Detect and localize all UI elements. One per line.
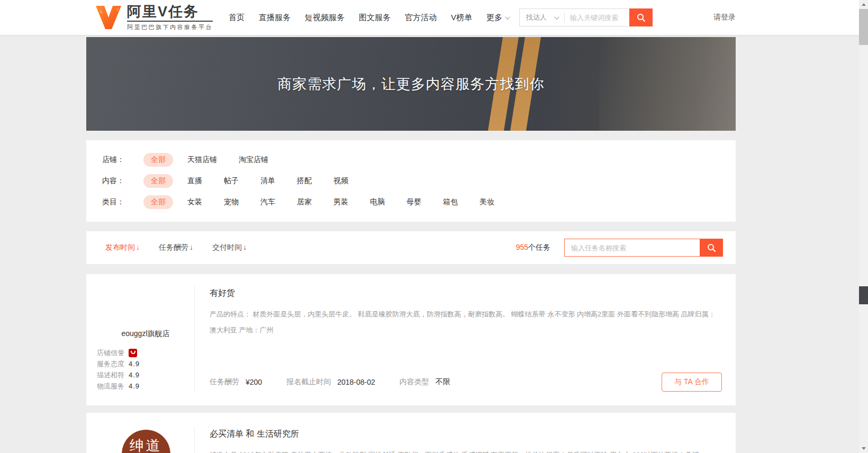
chevron-down-icon (554, 14, 559, 20)
task-meta-row: 任务酬劳¥200 报名截止时间2018-08-02 内容类型不限 与 TA 合作 (210, 373, 722, 392)
filter-label: 类目： (102, 197, 143, 207)
filter-option-mother-baby[interactable]: 母婴 (399, 195, 429, 209)
scrollbar-thumb[interactable] (859, 9, 868, 45)
site-logo[interactable]: 阿里V任务 阿里巴巴旗下内容服务平台 (95, 4, 213, 31)
filter-row-category: 类目： 全部 女装 宠物 汽车 居家 男装 电脑 母婴 箱包 美妆 (102, 195, 720, 209)
nav-live-service[interactable]: 直播服务 (259, 13, 291, 23)
filter-option-home[interactable]: 居家 (290, 195, 319, 209)
task-description: 绅道衣品 2013年入驻天猫 专注男士西裤，此款版型 宽松舒适 不勒档，面料垂感… (210, 447, 720, 453)
logo-v-icon (95, 5, 122, 30)
sort-desc-icon: ↓ (243, 243, 247, 251)
filter-option-menswear[interactable]: 男装 (326, 195, 356, 209)
search-icon (707, 243, 716, 252)
task-card: eouggzl旗舰店 店铺信誉 服务态度4.9 描述相符4.9 物流服务4.9 … (86, 274, 736, 405)
shop-info: 绅道 衣品 (86, 427, 195, 453)
floating-side-tab[interactable] (859, 286, 868, 304)
banner-title: 商家需求广场，让更多内容服务方找到你 (86, 75, 736, 94)
header-search-input[interactable] (565, 14, 629, 22)
nav-more[interactable]: 更多 (486, 13, 509, 23)
login-link[interactable]: 请登录 (713, 13, 736, 22)
nav-official-activity[interactable]: 官方活动 (405, 13, 437, 23)
shop-logo[interactable]: 绅道 衣品 (122, 430, 170, 453)
shop-info: eouggzl旗舰店 店铺信誉 服务态度4.9 描述相符4.9 物流服务4.9 (86, 286, 195, 392)
arrow-down-icon (862, 447, 866, 450)
chevron-down-icon (505, 14, 510, 20)
filter-option-all[interactable]: 全部 (143, 195, 173, 209)
task-description: 产品的特点： 材质外面是头层，内里头层牛皮。 鞋底是橡胶防滑大底，防滑指数高，耐… (210, 306, 720, 338)
filter-row-shop: 店铺： 全部 天猫店铺 淘宝店铺 (102, 153, 720, 167)
filter-option-all[interactable]: 全部 (143, 153, 173, 167)
rating-row-logistics: 物流服务4.9 (97, 380, 194, 392)
filter-row-content: 内容： 全部 直播 帖子 清单 搭配 视频 (102, 174, 720, 188)
filter-option-video[interactable]: 视频 (326, 174, 356, 188)
nav-v-ranking[interactable]: V榜单 (451, 13, 472, 23)
logo-subtitle: 阿里巴巴旗下内容服务平台 (127, 21, 213, 31)
meta-deadline: 报名截止时间2018-08-02 (286, 377, 375, 387)
task-search-input[interactable] (564, 239, 700, 257)
filter-option-beauty[interactable]: 美妆 (472, 195, 502, 209)
filter-option-live[interactable]: 直播 (180, 174, 210, 188)
search-category-select[interactable]: 找达人 (520, 13, 564, 22)
sort-desc-icon: ↓ (136, 243, 140, 251)
filter-label: 内容： (102, 176, 143, 186)
rating-row-reputation: 店铺信誉 (97, 347, 194, 358)
task-search (564, 239, 723, 257)
sort-bar: 发布时间↓ 任务酬劳↓ 交付时间↓ 955个任务 (86, 231, 736, 264)
logo-title: 阿里V任务 (127, 4, 213, 20)
filter-option-list[interactable]: 清单 (253, 174, 283, 188)
task-title[interactable]: 必买清单 和 生活研究所 (210, 429, 722, 440)
scroll-up-button[interactable] (859, 0, 868, 9)
filter-label: 店铺： (102, 155, 143, 165)
sort-desc-icon: ↓ (189, 243, 193, 251)
task-card: 绅道 衣品 必买清单 和 生活研究所 绅道衣品 2013年入驻天猫 专注男士西裤… (86, 413, 736, 453)
search-icon (636, 13, 646, 22)
filter-option-tmall-shop[interactable]: 天猫店铺 (180, 153, 224, 167)
rating-row-service: 服务态度4.9 (97, 358, 194, 369)
header-search: 找达人 (519, 8, 653, 26)
main-nav: 首页 直播服务 短视频服务 图文服务 官方活动 V榜单 更多 (229, 13, 509, 23)
filter-option-post[interactable]: 帖子 (216, 174, 246, 188)
filter-option-cars[interactable]: 汽车 (253, 195, 283, 209)
filter-option-all[interactable]: 全部 (143, 174, 173, 188)
shop-name[interactable]: eouggzl旗舰店 (97, 329, 194, 339)
cooperate-button[interactable]: 与 TA 合作 (662, 373, 722, 392)
task-title[interactable]: 有好货 (210, 288, 722, 299)
meta-pay: 任务酬劳¥200 (210, 377, 262, 387)
page-scrollbar (859, 0, 868, 453)
nav-short-video-service[interactable]: 短视频服务 (305, 13, 345, 23)
sort-delivery-time[interactable]: 交付时间↓ (212, 243, 247, 252)
filter-option-pets[interactable]: 宠物 (216, 195, 246, 209)
filter-option-match[interactable]: 搭配 (290, 174, 319, 188)
sort-task-pay[interactable]: 任务酬劳↓ (159, 243, 193, 252)
filter-option-bags[interactable]: 箱包 (436, 195, 465, 209)
scroll-down-button[interactable] (859, 444, 868, 453)
top-header: 阿里V任务 阿里巴巴旗下内容服务平台 首页 直播服务 短视频服务 图文服务 官方… (0, 0, 868, 35)
nav-home[interactable]: 首页 (229, 13, 245, 23)
sort-publish-time[interactable]: 发布时间↓ (105, 243, 140, 252)
header-search-button[interactable] (629, 8, 653, 26)
filter-panel: 店铺： 全部 天猫店铺 淘宝店铺 内容： 全部 直播 帖子 清单 搭配 视频 类… (86, 140, 736, 222)
tmall-badge-icon (129, 349, 137, 357)
task-count: 955个任务 (516, 243, 550, 252)
meta-content-type: 内容类型不限 (400, 377, 450, 387)
hero-banner: 商家需求广场，让更多内容服务方找到你 (86, 37, 736, 131)
arrow-up-icon (862, 3, 866, 6)
task-search-button[interactable] (700, 239, 723, 257)
filter-option-taobao-shop[interactable]: 淘宝店铺 (231, 153, 276, 167)
rating-row-description: 描述相符4.9 (97, 369, 194, 380)
filter-option-womenswear[interactable]: 女装 (180, 195, 210, 209)
filter-option-computer[interactable]: 电脑 (363, 195, 392, 209)
nav-graphic-service[interactable]: 图文服务 (359, 13, 391, 23)
